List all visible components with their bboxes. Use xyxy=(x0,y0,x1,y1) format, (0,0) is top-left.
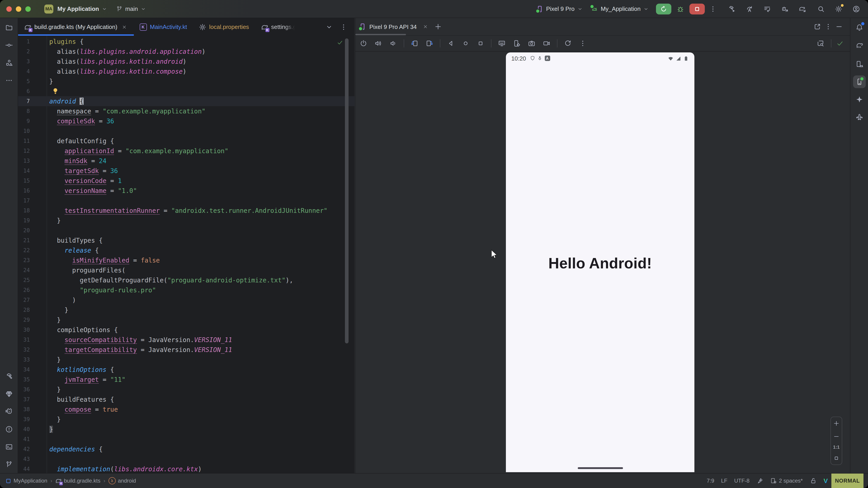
project-widget[interactable]: My Application xyxy=(57,5,107,12)
code-line[interactable]: 40} xyxy=(18,424,354,434)
zoom-out-button[interactable] xyxy=(832,432,841,441)
code-line[interactable]: 11 defaultConfig { xyxy=(18,136,354,146)
code-line[interactable]: 43 xyxy=(18,454,354,464)
code-line[interactable]: 37 buildFeatures { xyxy=(18,394,354,404)
screen-record-button[interactable] xyxy=(541,38,552,49)
attach-debugger-button[interactable] xyxy=(779,3,790,14)
code-line[interactable]: 9 compileSdk = 36 xyxy=(18,116,354,126)
sidebar-item-more-tools[interactable] xyxy=(2,74,15,87)
code-line[interactable]: 41 xyxy=(18,434,354,444)
readonly-toggle[interactable] xyxy=(809,477,817,484)
close-tab-button[interactable] xyxy=(121,23,128,31)
panel-options-button[interactable] xyxy=(823,21,834,32)
code-line[interactable]: 8 namespace = "com.example.myapplication… xyxy=(18,106,354,116)
close-device-tab-button[interactable] xyxy=(422,23,429,30)
sidebar-item-version-control[interactable] xyxy=(2,458,15,471)
device-tab[interactable]: Pixel 9 Pro API 34 xyxy=(359,23,429,30)
run-configuration-selector[interactable]: My_Application xyxy=(591,5,649,12)
notifications-button[interactable] xyxy=(853,21,866,34)
code-line[interactable]: 32 targetCompatibility = JavaVersion.VER… xyxy=(18,345,354,355)
volume-up-button[interactable] xyxy=(373,38,384,49)
code-line[interactable]: 42dependencies { xyxy=(18,444,354,454)
sidebar-item-commit[interactable] xyxy=(2,39,15,52)
stop-button[interactable] xyxy=(689,3,705,14)
sidebar-item-problems[interactable] xyxy=(2,423,15,435)
code-line[interactable]: 30 compileOptions { xyxy=(18,325,354,335)
code-line[interactable]: 28 } xyxy=(18,305,354,315)
debug-button[interactable] xyxy=(675,3,686,14)
code-line[interactable]: 21 buildTypes { xyxy=(18,235,354,246)
rerun-button[interactable] xyxy=(656,3,671,14)
code-line[interactable]: 27 ) xyxy=(18,295,354,305)
highlighting-widget[interactable] xyxy=(756,477,764,484)
rotate-left-button[interactable] xyxy=(409,38,420,49)
volume-down-button[interactable] xyxy=(388,38,399,49)
close-window-button[interactable] xyxy=(6,6,12,11)
code-line[interactable]: 4 alias(libs.plugins.kotlin.compose) xyxy=(18,66,354,76)
code-line[interactable]: 33 } xyxy=(18,355,354,365)
code-line[interactable]: 35 jvmTarget = "11" xyxy=(18,375,354,385)
code-line[interactable]: 3 alias(libs.plugins.kotlin.android) xyxy=(18,57,354,66)
code-line[interactable]: 10 xyxy=(18,126,354,136)
tab-build-gradle-kts[interactable]: K build.gradle.kts (My Application) xyxy=(18,18,133,36)
device-settings-button[interactable] xyxy=(511,38,522,49)
gradle-sync-button[interactable] xyxy=(797,3,808,14)
code-line[interactable]: 15 versionCode = 1 xyxy=(18,176,354,186)
search-everywhere-button[interactable] xyxy=(815,3,827,14)
settings-button[interactable] xyxy=(833,3,844,14)
sidebar-item-build[interactable] xyxy=(2,370,15,383)
more-run-options-button[interactable] xyxy=(708,3,718,14)
code-line[interactable]: 14 targetSdk = 36 xyxy=(18,166,354,176)
tab-local-properties[interactable]: local.properties xyxy=(193,18,255,36)
code-line[interactable]: 1plugins { xyxy=(18,37,354,46)
profile-button[interactable] xyxy=(851,3,862,14)
zoom-fit-button[interactable] xyxy=(832,454,841,463)
code-line[interactable]: 36 } xyxy=(18,385,354,394)
power-button[interactable] xyxy=(358,38,369,49)
sidebar-item-travel-mode[interactable] xyxy=(853,111,866,123)
code-line[interactable]: 38 compose = true xyxy=(18,404,354,414)
hidden-tabs-button[interactable] xyxy=(324,22,335,32)
breadcrumb-element[interactable]: λ android xyxy=(108,477,136,484)
code-line[interactable]: 2 alias(libs.plugins.android.application… xyxy=(18,46,354,57)
code-line[interactable]: 22 release { xyxy=(18,246,354,255)
add-device-tab-button[interactable] xyxy=(433,21,443,32)
sidebar-item-running-devices[interactable] xyxy=(853,75,866,88)
zoom-in-button[interactable] xyxy=(832,419,841,428)
back-button[interactable] xyxy=(445,38,456,49)
editor-scrollbar[interactable] xyxy=(345,38,348,344)
zoom-actual-size-button[interactable]: 1:1 xyxy=(833,445,840,450)
sidebar-item-structure[interactable] xyxy=(2,57,15,69)
emulator-screen[interactable]: 10:20 A Hello Android! xyxy=(506,53,694,472)
breadcrumb-module[interactable]: MyApplication xyxy=(5,478,47,484)
code-line[interactable]: 13 minSdk = 24 xyxy=(18,156,354,166)
code-line[interactable]: 17 xyxy=(18,196,354,205)
virtual-display-button[interactable] xyxy=(496,38,507,49)
hide-panel-button[interactable] xyxy=(834,21,844,32)
code-line[interactable]: 26 "proguard-rules.pro" xyxy=(18,285,354,295)
sidebar-item-gradle[interactable] xyxy=(853,39,866,52)
open-in-window-button[interactable] xyxy=(812,21,823,32)
intention-bulb-icon[interactable] xyxy=(52,88,59,94)
reset-button[interactable] xyxy=(562,38,573,49)
sidebar-item-project[interactable] xyxy=(2,21,15,34)
tab-settings-gradle[interactable]: K settings.g xyxy=(255,18,302,36)
tab-mainactivity-kt[interactable]: K MainActivity.kt xyxy=(133,18,193,36)
code-line[interactable]: 19 } xyxy=(18,216,354,225)
code-line[interactable]: 16 versionName = "1.0" xyxy=(18,186,354,196)
code-line[interactable]: 39 } xyxy=(18,414,354,424)
tab-scrollbar[interactable] xyxy=(355,34,406,35)
screenshot-inspect-button[interactable] xyxy=(815,38,826,49)
code-line[interactable]: 31 sourceCompatibility = JavaVersion.VER… xyxy=(18,335,354,345)
code-line[interactable]: 23 isMinifyEnabled = false xyxy=(18,255,354,265)
breadcrumb-file[interactable]: K build.gradle.kts xyxy=(55,478,100,484)
overview-button[interactable] xyxy=(475,38,486,49)
code-line[interactable]: 25 getDefaultProguardFile("proguard-andr… xyxy=(18,275,354,285)
minimize-window-button[interactable] xyxy=(16,6,21,11)
code-line[interactable]: 29 } xyxy=(18,315,354,325)
sidebar-item-gemini[interactable] xyxy=(853,93,866,106)
editor-options-button[interactable] xyxy=(338,22,349,32)
code-line[interactable]: 34 kotlinOptions { xyxy=(18,365,354,375)
code-line[interactable]: 18 testInstrumentationRunner = "androidx… xyxy=(18,205,354,216)
line-ending-widget[interactable]: LF xyxy=(721,478,727,484)
